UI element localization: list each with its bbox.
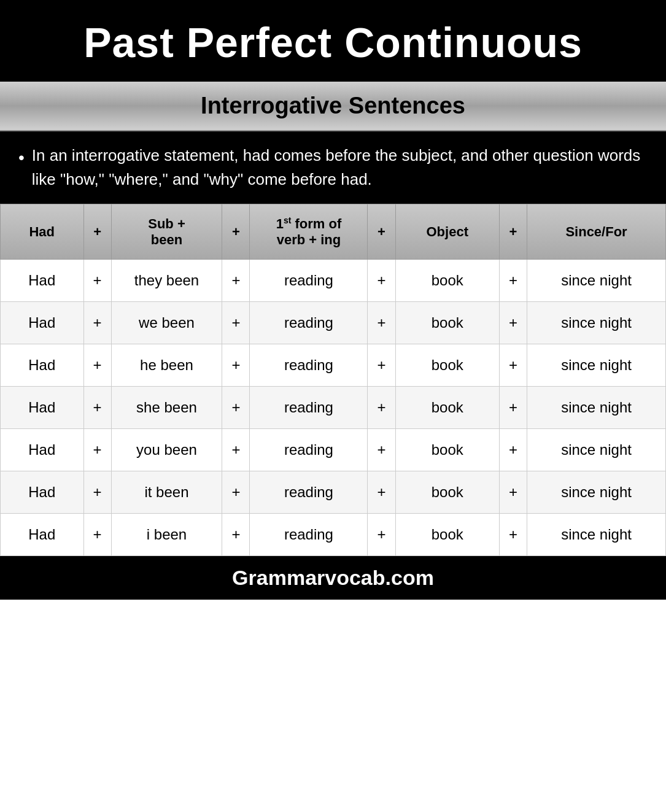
footer: Grammarvocab.com: [0, 556, 666, 600]
description-text: In an interrogative statement, had comes…: [32, 144, 648, 191]
cell-plus2: +: [222, 344, 250, 387]
cell-had: Had: [1, 471, 84, 514]
header-verb: 1st form ofverb + ing: [250, 204, 368, 260]
header-plus2: +: [222, 204, 250, 260]
cell-plus4: +: [499, 429, 527, 471]
cell-plus4: +: [499, 387, 527, 429]
cell-verb: reading: [250, 471, 368, 514]
cell-verb: reading: [250, 260, 368, 302]
header-object: Object: [395, 204, 499, 260]
footer-text: Grammarvocab.com: [232, 566, 434, 589]
cell-sub: you been: [111, 429, 222, 471]
cell-plus3: +: [368, 514, 395, 556]
table-row: Had+she been+reading+book+since night: [1, 387, 666, 429]
cell-since: since night: [527, 302, 666, 344]
cell-had: Had: [1, 260, 84, 302]
cell-plus2: +: [222, 471, 250, 514]
cell-object: book: [395, 429, 499, 471]
cell-had: Had: [1, 387, 84, 429]
page-title: Past Perfect Continuous: [12, 18, 654, 66]
grammar-table: Had + Sub +been + 1st form ofverb + ing …: [0, 204, 666, 556]
description-bullet: • In an interrogative statement, had com…: [18, 144, 648, 191]
cell-plus1: +: [83, 471, 111, 514]
cell-had: Had: [1, 302, 84, 344]
cell-verb: reading: [250, 302, 368, 344]
cell-since: since night: [527, 387, 666, 429]
cell-sub: he been: [111, 344, 222, 387]
cell-since: since night: [527, 471, 666, 514]
cell-verb: reading: [250, 429, 368, 471]
cell-had: Had: [1, 514, 84, 556]
table-row: Had+you been+reading+book+since night: [1, 429, 666, 471]
cell-plus2: +: [222, 429, 250, 471]
cell-plus2: +: [222, 387, 250, 429]
subtitle-bar: Interrogative Sentences: [0, 82, 666, 131]
table-container: Had + Sub +been + 1st form ofverb + ing …: [0, 204, 666, 556]
bullet-icon: •: [18, 145, 25, 191]
cell-since: since night: [527, 429, 666, 471]
cell-object: book: [395, 514, 499, 556]
cell-plus1: +: [83, 260, 111, 302]
table-row: Had+they been+reading+book+since night: [1, 260, 666, 302]
cell-had: Had: [1, 344, 84, 387]
cell-plus3: +: [368, 429, 395, 471]
cell-since: since night: [527, 344, 666, 387]
cell-plus3: +: [368, 344, 395, 387]
table-row: Had+it been+reading+book+since night: [1, 471, 666, 514]
header: Past Perfect Continuous: [0, 0, 666, 82]
table-row: Had+he been+reading+book+since night: [1, 344, 666, 387]
cell-plus4: +: [499, 514, 527, 556]
cell-plus1: +: [83, 429, 111, 471]
header-since: Since/For: [527, 204, 666, 260]
cell-plus4: +: [499, 344, 527, 387]
cell-object: book: [395, 471, 499, 514]
cell-plus3: +: [368, 471, 395, 514]
cell-verb: reading: [250, 514, 368, 556]
header-sub: Sub +been: [111, 204, 222, 260]
header-had: Had: [1, 204, 84, 260]
cell-verb: reading: [250, 344, 368, 387]
cell-sub: they been: [111, 260, 222, 302]
cell-since: since night: [527, 514, 666, 556]
cell-object: book: [395, 387, 499, 429]
cell-plus1: +: [83, 387, 111, 429]
header-plus3: +: [368, 204, 395, 260]
cell-plus1: +: [83, 514, 111, 556]
cell-object: book: [395, 260, 499, 302]
cell-plus3: +: [368, 387, 395, 429]
cell-object: book: [395, 302, 499, 344]
cell-plus1: +: [83, 344, 111, 387]
cell-object: book: [395, 344, 499, 387]
cell-sub: she been: [111, 387, 222, 429]
cell-verb: reading: [250, 387, 368, 429]
cell-sub: it been: [111, 471, 222, 514]
cell-sub: we been: [111, 302, 222, 344]
cell-had: Had: [1, 429, 84, 471]
cell-plus2: +: [222, 260, 250, 302]
header-plus1: +: [83, 204, 111, 260]
subtitle-text: Interrogative Sentences: [12, 93, 654, 119]
cell-plus2: +: [222, 514, 250, 556]
description-section: • In an interrogative statement, had com…: [0, 131, 666, 204]
table-row: Had+we been+reading+book+since night: [1, 302, 666, 344]
cell-plus1: +: [83, 302, 111, 344]
cell-since: since night: [527, 260, 666, 302]
header-plus4: +: [499, 204, 527, 260]
cell-plus2: +: [222, 302, 250, 344]
table-header-row: Had + Sub +been + 1st form ofverb + ing …: [1, 204, 666, 260]
cell-plus4: +: [499, 471, 527, 514]
table-row: Had+i been+reading+book+since night: [1, 514, 666, 556]
cell-plus4: +: [499, 260, 527, 302]
cell-plus4: +: [499, 302, 527, 344]
cell-sub: i been: [111, 514, 222, 556]
cell-plus3: +: [368, 260, 395, 302]
cell-plus3: +: [368, 302, 395, 344]
